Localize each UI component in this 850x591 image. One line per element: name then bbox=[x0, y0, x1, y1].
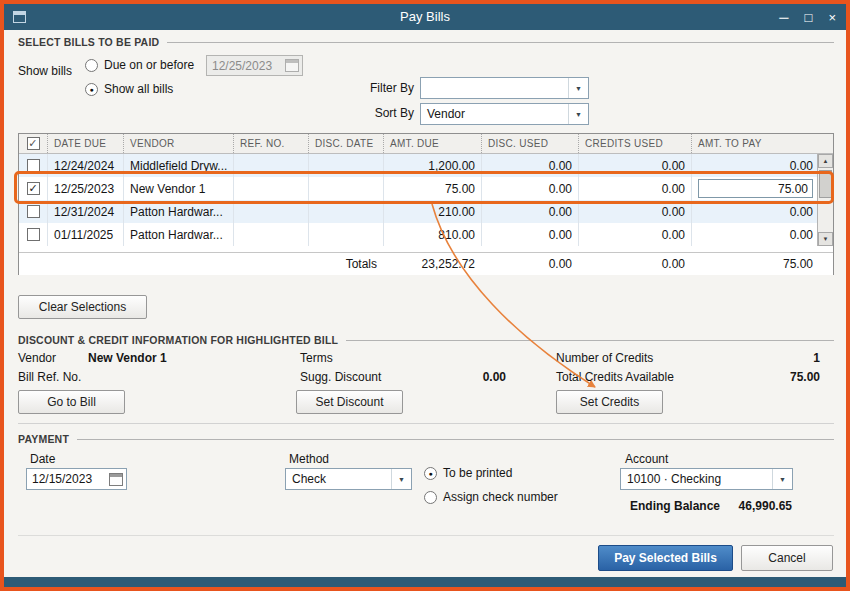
cell-check bbox=[19, 223, 47, 246]
cell-amt-to-pay[interactable]: 0.00 bbox=[691, 154, 833, 177]
number-of-credits-label: Number of Credits bbox=[556, 351, 653, 365]
check-icon: ✓ bbox=[28, 138, 38, 149]
cell-credits-used: 0.00 bbox=[578, 200, 691, 223]
radio-show-all-bills[interactable]: ● Show all bills bbox=[85, 82, 173, 96]
minimize-icon[interactable]: ─ bbox=[779, 11, 788, 24]
cell-disc-used: 0.00 bbox=[481, 200, 578, 223]
col-header-disc-date[interactable]: DISC. DATE bbox=[308, 134, 383, 153]
cell-amt-to-pay[interactable]: 0.00 bbox=[691, 223, 833, 246]
cell-check bbox=[19, 200, 47, 223]
scroll-thumb[interactable] bbox=[819, 170, 832, 198]
section-rule bbox=[346, 340, 834, 341]
chevron-down-icon: ▼ bbox=[568, 104, 588, 124]
col-header-amt-to-pay[interactable]: AMT. TO PAY bbox=[691, 134, 833, 153]
radio-icon: ● bbox=[424, 467, 437, 480]
radio-to-be-printed[interactable]: ● To be printed bbox=[424, 466, 512, 480]
cell-vendor: Patton Hardwar... bbox=[123, 200, 233, 223]
bill-row[interactable]: 12/31/2024 Patton Hardwar... 210.00 0.00… bbox=[19, 200, 833, 223]
section-payment-title: PAYMENT bbox=[18, 433, 69, 445]
cell-vendor: Middlefield Dryw... bbox=[123, 154, 233, 177]
cell-ref-no bbox=[233, 154, 308, 177]
radio-due-label: Due on or before bbox=[104, 58, 194, 72]
close-icon[interactable]: × bbox=[828, 11, 836, 24]
radio-show-all-label: Show all bills bbox=[104, 82, 173, 96]
section-rule bbox=[167, 42, 834, 43]
radio-icon: ● bbox=[85, 83, 98, 96]
sort-by-dropdown[interactable]: Vendor ▼ bbox=[420, 103, 589, 125]
vendor-label: Vendor bbox=[18, 351, 56, 365]
totals-disc-used: 0.00 bbox=[481, 257, 578, 271]
payment-method-dropdown[interactable]: Check ▼ bbox=[285, 468, 412, 490]
cell-vendor: New Vendor 1 bbox=[123, 177, 233, 200]
go-to-bill-button[interactable]: Go to Bill bbox=[18, 390, 125, 414]
cell-disc-used: 0.00 bbox=[481, 154, 578, 177]
cancel-button[interactable]: Cancel bbox=[741, 545, 833, 571]
payment-account-dropdown[interactable]: 10100 · Checking ▼ bbox=[620, 468, 793, 490]
cell-check: ✓ bbox=[19, 177, 47, 200]
totals-amt-due: 23,252.72 bbox=[383, 257, 481, 271]
sort-by-value: Vendor bbox=[427, 104, 465, 124]
col-header-credits-used[interactable]: CREDITS USED bbox=[578, 134, 691, 153]
check-icon: ✓ bbox=[28, 183, 37, 194]
cell-amt-due: 1,200.00 bbox=[383, 154, 481, 177]
number-of-credits-value: 1 bbox=[704, 351, 820, 365]
cell-disc-used: 0.00 bbox=[481, 223, 578, 246]
pay-selected-bills-button[interactable]: Pay Selected Bills bbox=[598, 545, 733, 571]
clear-selections-button[interactable]: Clear Selections bbox=[18, 295, 147, 319]
window-bottom-edge bbox=[4, 577, 846, 587]
select-all-checkbox[interactable]: ✓ bbox=[27, 137, 40, 150]
window-title: Pay Bills bbox=[4, 4, 846, 30]
calendar-icon[interactable] bbox=[109, 473, 123, 486]
col-header-date-due[interactable]: DATE DUE bbox=[47, 134, 123, 153]
table-scrollbar[interactable]: ▲ ▼ bbox=[817, 154, 833, 246]
payment-method-value: Check bbox=[292, 469, 326, 489]
sugg-discount-value: 0.00 bbox=[412, 370, 506, 384]
section-rule bbox=[77, 439, 834, 440]
filter-by-dropdown[interactable]: ▼ bbox=[420, 77, 589, 99]
calendar-icon bbox=[285, 59, 299, 72]
totals-row: Totals 23,252.72 0.00 0.00 75.00 bbox=[19, 252, 833, 275]
radio-assign-check-number[interactable]: Assign check number bbox=[424, 490, 558, 504]
bill-row[interactable]: 01/11/2025 Patton Hardwar... 810.00 0.00… bbox=[19, 223, 833, 246]
col-header-amt-due[interactable]: AMT. DUE bbox=[383, 134, 481, 153]
cell-disc-date bbox=[308, 177, 383, 200]
chevron-down-icon: ▼ bbox=[391, 469, 411, 489]
maximize-icon[interactable]: □ bbox=[805, 11, 813, 24]
radio-dot: ● bbox=[89, 86, 93, 93]
cell-disc-used: 0.00 bbox=[481, 177, 578, 200]
row-checkbox[interactable] bbox=[27, 228, 40, 241]
cell-disc-date bbox=[308, 200, 383, 223]
row-checkbox[interactable] bbox=[27, 205, 40, 218]
cell-amt-to-pay: 75.00 bbox=[691, 177, 833, 200]
radio-dot: ● bbox=[428, 470, 432, 477]
row-checkbox[interactable]: ✓ bbox=[27, 182, 40, 195]
cell-ref-no bbox=[233, 223, 308, 246]
amt-to-pay-input[interactable]: 75.00 bbox=[698, 179, 813, 198]
cell-vendor: Patton Hardwar... bbox=[123, 223, 233, 246]
radio-due-on-or-before[interactable]: Due on or before bbox=[85, 58, 194, 72]
due-date-field: 12/25/2023 bbox=[206, 55, 303, 76]
total-credits-available-value: 75.00 bbox=[704, 370, 820, 384]
payment-account-value: 10100 · Checking bbox=[627, 469, 721, 489]
col-header-vendor[interactable]: VENDOR bbox=[123, 134, 233, 153]
cell-credits-used: 0.00 bbox=[578, 177, 691, 200]
show-bills-label: Show bills bbox=[18, 64, 72, 78]
scroll-up-icon[interactable]: ▲ bbox=[818, 154, 833, 168]
vendor-value: New Vendor 1 bbox=[88, 351, 167, 365]
cell-amt-to-pay[interactable]: 0.00 bbox=[691, 200, 833, 223]
radio-icon bbox=[424, 491, 437, 504]
scroll-down-icon[interactable]: ▼ bbox=[818, 232, 833, 246]
col-header-ref-no[interactable]: REF. NO. bbox=[233, 134, 308, 153]
cell-check bbox=[19, 154, 47, 177]
bill-row-selected[interactable]: ✓ 12/25/2023 New Vendor 1 75.00 0.00 0.0… bbox=[19, 177, 833, 200]
row-checkbox[interactable] bbox=[27, 159, 40, 172]
sugg-discount-label: Sugg. Discount bbox=[300, 370, 381, 384]
radio-icon bbox=[85, 59, 98, 72]
select-all-cell: ✓ bbox=[19, 134, 47, 153]
bill-row[interactable]: 12/24/2024 Middlefield Dryw... 1,200.00 … bbox=[19, 154, 833, 177]
set-discount-button[interactable]: Set Discount bbox=[296, 390, 403, 414]
set-credits-button[interactable]: Set Credits bbox=[556, 390, 663, 414]
filter-by-label: Filter By bbox=[332, 81, 414, 95]
col-header-disc-used[interactable]: DISC. USED bbox=[481, 134, 578, 153]
payment-date-field[interactable]: 12/15/2023 bbox=[26, 468, 127, 490]
